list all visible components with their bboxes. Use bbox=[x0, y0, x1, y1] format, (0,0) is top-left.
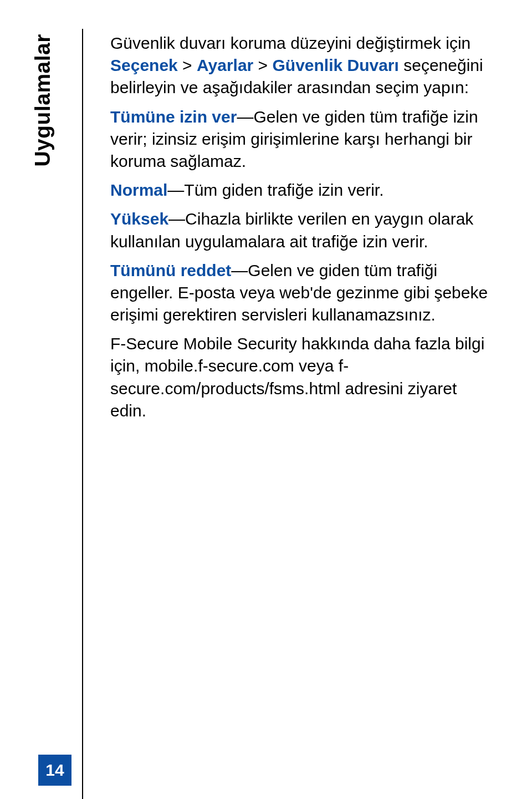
section-tab-label: Uygulamalar bbox=[30, 34, 55, 167]
option-tumunu-reddet: Tümünü reddet—Gelen ve giden tüm trafiği… bbox=[110, 259, 493, 327]
option-term: Tümüne izin ver bbox=[110, 108, 237, 126]
paragraph-intro: Güvenlik duvarı koruma düzeyini değiştir… bbox=[110, 32, 493, 99]
vertical-rule bbox=[82, 29, 83, 799]
option-tumune-izin-ver: Tümüne izin ver—Gelen ve giden tüm trafi… bbox=[110, 106, 493, 173]
text: > bbox=[178, 56, 197, 74]
page-number-badge: 14 bbox=[38, 755, 71, 786]
option-term: Yüksek bbox=[110, 210, 168, 228]
text: Güvenlik duvarı koruma düzeyini değiştir… bbox=[110, 34, 470, 52]
menu-option-guvenlik-duvari: Güvenlik Duvarı bbox=[272, 56, 398, 74]
option-normal: Normal—Tüm giden trafiğe izin verir. bbox=[110, 179, 493, 201]
option-term: Tümünü reddet bbox=[110, 261, 231, 279]
document-page: Uygulamalar Güvenlik duvarı koruma düzey… bbox=[0, 0, 532, 799]
body-text: Güvenlik duvarı koruma düzeyini değiştir… bbox=[110, 32, 493, 429]
option-term: Normal bbox=[110, 181, 167, 199]
menu-option-secenek: Seçenek bbox=[110, 56, 178, 74]
menu-option-ayarlar: Ayarlar bbox=[197, 56, 253, 74]
text: > bbox=[253, 56, 272, 74]
option-yuksek: Yüksek—Cihazla birlikte verilen en yaygı… bbox=[110, 208, 493, 252]
option-desc: —Tüm giden trafiğe izin verir. bbox=[167, 181, 383, 199]
paragraph-more-info: F-Secure Mobile Security hakkında daha f… bbox=[110, 333, 493, 422]
